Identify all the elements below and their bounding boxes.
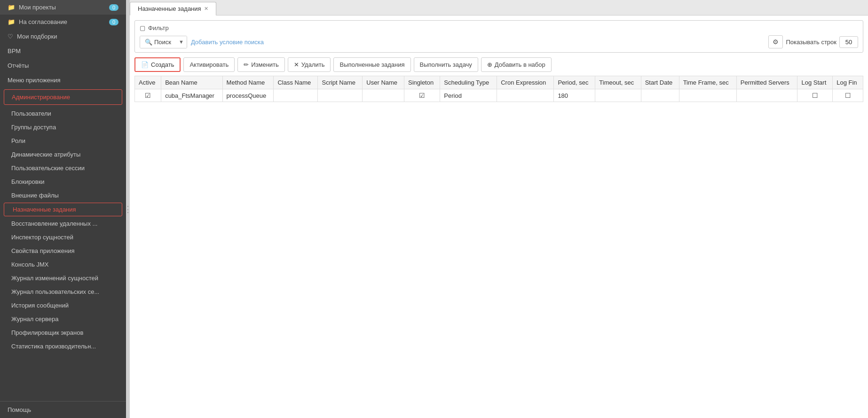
- sidebar-nav-item[interactable]: Группы доступа: [0, 120, 126, 134]
- sidebar-nav-item[interactable]: Свойства приложения: [0, 244, 126, 258]
- folder-icon: 📁: [8, 18, 15, 25]
- completed-label: Выполненные задания: [339, 61, 404, 68]
- sidebar-nav-item[interactable]: Назначенные задания: [4, 203, 122, 216]
- sidebar-approval-label: На согласование: [19, 18, 67, 25]
- sidebar-resize-handle[interactable]: ⋮: [126, 0, 130, 418]
- sidebar-help[interactable]: Помощь: [0, 401, 126, 418]
- execute-label: Выполнить задачу: [420, 61, 472, 68]
- cell-singleton: ☑: [404, 89, 440, 102]
- col-timeout-sec: Timeout, sec: [595, 76, 641, 89]
- edit-button[interactable]: ✏ Изменить: [237, 57, 285, 72]
- cell-scheduling-type: Period: [440, 89, 497, 102]
- rows-label: Показывать строк: [786, 39, 836, 46]
- completed-tasks-button[interactable]: Выполненные задания: [333, 57, 410, 72]
- filter-collapse-icon[interactable]: ▢: [140, 24, 145, 32]
- table-row[interactable]: ☑cuba_FtsManagerprocessQueue☑Period180☐☐: [135, 89, 863, 102]
- add-to-set-label: Добавить в набор: [495, 61, 545, 68]
- cell-period-sec: 180: [554, 89, 595, 102]
- sidebar-nav-item[interactable]: Блокировки: [0, 175, 126, 189]
- uncheck-icon: ☐: [812, 92, 818, 99]
- filter-title: Фильтр: [148, 24, 169, 32]
- delete-button[interactable]: ✕ Удалить: [288, 57, 331, 72]
- table-settings-button[interactable]: ⚙: [768, 35, 783, 48]
- col-time-frame-sec: Time Frame, sec: [679, 76, 736, 89]
- sidebar-admin-section[interactable]: Администрирование: [4, 89, 122, 105]
- search-dropdown-button[interactable]: ▼: [176, 36, 187, 48]
- sidebar-nav-item[interactable]: Инспектор сущностей: [0, 230, 126, 244]
- sidebar-nav-item[interactable]: Журнал пользовательских се...: [0, 285, 126, 299]
- col-scheduling-type: Scheduling Type: [440, 76, 497, 89]
- tab-assigned-tasks[interactable]: Назначенные задания ✕: [130, 2, 216, 16]
- sidebar-item-appmenu[interactable]: Меню приложения: [0, 73, 126, 87]
- sidebar-nav-item[interactable]: Роли: [0, 134, 126, 148]
- col-log-fin: Log Fin: [833, 76, 863, 89]
- cell-start-date: [641, 89, 679, 102]
- sidebar-nav-item[interactable]: Пользователи: [0, 107, 126, 120]
- cell-active: ☑: [135, 89, 161, 102]
- sidebar-nav-item[interactable]: Внешние файлы: [0, 189, 126, 202]
- sidebar-projects-label: Мои проекты: [19, 4, 56, 11]
- filter-controls: 🔍 Поиск ▼ Добавить условие поиска ⚙ Пока…: [140, 35, 858, 48]
- sidebar-item-approval[interactable]: 📁 На согласование 0: [0, 15, 126, 29]
- create-label: Создать: [151, 61, 174, 68]
- main-content: Назначенные задания ✕ ▢ Фильтр 🔍 Поиск ▼…: [130, 0, 868, 418]
- sidebar-nav-item[interactable]: Восстановление удаленных ...: [0, 217, 126, 230]
- sidebar-favorites-label: Мои подборки: [17, 33, 57, 40]
- col-class-name: Class Name: [274, 76, 318, 89]
- sidebar-nav-item[interactable]: Профилировщик экранов: [0, 326, 126, 339]
- filter-right: ⚙ Показывать строк 50: [768, 35, 858, 48]
- create-button[interactable]: 📄 Создать: [134, 57, 181, 72]
- cell-permitted-servers: [736, 89, 797, 102]
- col-period-sec: Period, sec: [554, 76, 595, 89]
- sidebar-nav-item[interactable]: Консоль JMX: [0, 258, 126, 271]
- appmenu-label: Меню приложения: [8, 77, 61, 84]
- filter-header: ▢ Фильтр: [140, 24, 858, 32]
- heart-icon: ♡: [8, 33, 13, 40]
- sidebar-nav-item[interactable]: Журнал изменений сущностей: [0, 271, 126, 285]
- col-script-name: Script Name: [318, 76, 363, 89]
- cell-timeout-sec: [595, 89, 641, 102]
- sidebar-nav-item[interactable]: История сообщений: [0, 299, 126, 312]
- folder-icon: 📁: [8, 4, 15, 11]
- cell-method-name: processQueue: [222, 89, 274, 102]
- sidebar-bpm: BPM: [0, 44, 126, 58]
- check-icon: ☑: [145, 92, 151, 99]
- sidebar-nav-item[interactable]: Динамические атрибуты: [0, 148, 126, 161]
- tabs-bar: Назначенные задания ✕: [130, 0, 868, 16]
- sidebar: 📁 Мои проекты 0 📁 На согласование 0 ♡ Мо…: [0, 0, 126, 418]
- content-area: ▢ Фильтр 🔍 Поиск ▼ Добавить условие поис…: [130, 16, 868, 418]
- col-active: Active: [135, 76, 161, 89]
- sidebar-item-favorites[interactable]: ♡ Мои подборки: [0, 29, 126, 44]
- edit-label: Изменить: [251, 61, 279, 68]
- sidebar-nav-list: ПользователиГруппы доступаРолиДинамическ…: [0, 107, 126, 353]
- check-icon: ☑: [419, 92, 425, 99]
- delete-label: Удалить: [301, 61, 325, 68]
- sidebar-item-reports[interactable]: Отчёты: [0, 58, 126, 73]
- sidebar-nav-item[interactable]: Статистика производительн...: [0, 339, 126, 353]
- execute-task-button[interactable]: Выполнить задачу: [414, 57, 478, 72]
- search-icon: 🔍: [145, 39, 152, 46]
- help-label: Помощь: [8, 406, 31, 413]
- search-button[interactable]: 🔍 Поиск: [140, 36, 176, 48]
- add-condition-link[interactable]: Добавить условие поиска: [191, 39, 264, 46]
- sidebar-nav-item[interactable]: Пользовательские сессии: [0, 161, 126, 175]
- cell-bean-name: cuba_FtsManager: [161, 89, 222, 102]
- data-table: Active Bean Name Method Name Class Name …: [134, 76, 863, 102]
- col-cron-expression: Cron Expression: [497, 76, 554, 89]
- add-to-set-button[interactable]: ⊕ Добавить в набор: [481, 57, 552, 72]
- search-label: Поиск: [154, 39, 171, 46]
- sidebar-item-projects[interactable]: 📁 Мои проекты 0: [0, 0, 126, 15]
- col-user-name: User Name: [363, 76, 404, 89]
- tab-label: Назначенные задания: [138, 5, 201, 12]
- cell-cron-expression: [497, 89, 554, 102]
- approval-badge: 0: [109, 19, 118, 25]
- activate-button[interactable]: Активировать: [183, 57, 235, 72]
- cell-log-fin: ☐: [833, 89, 863, 102]
- header-row: Active Bean Name Method Name Class Name …: [135, 76, 863, 89]
- cell-time-frame-sec: [679, 89, 736, 102]
- filter-section: ▢ Фильтр 🔍 Поиск ▼ Добавить условие поис…: [134, 20, 863, 53]
- cell-user-name: [363, 89, 404, 102]
- toolbar: 📄 Создать Активировать ✏ Изменить ✕ Удал…: [134, 57, 863, 72]
- tab-close-button[interactable]: ✕: [204, 6, 208, 12]
- sidebar-nav-item[interactable]: Журнал сервера: [0, 312, 126, 326]
